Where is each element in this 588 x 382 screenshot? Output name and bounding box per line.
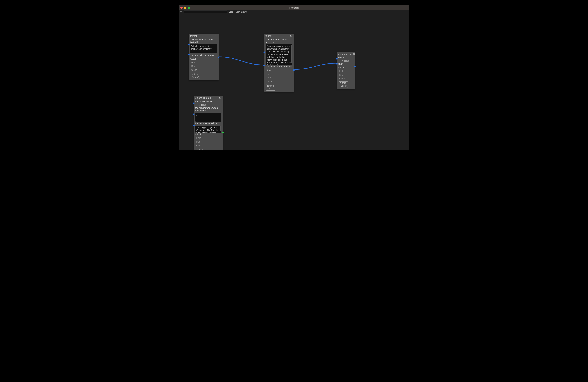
run-button[interactable]: Run: [195, 140, 221, 144]
node-format-1[interactable]: format ✕ The template to format text wit…: [189, 34, 218, 80]
output-label: output: [189, 57, 217, 61]
documents-field-label: the documents to index: [195, 122, 221, 125]
app-window: Floneum ✲ Load Plugin at path format ✕: [179, 5, 410, 150]
node-generate-text[interactable]: generate_text ✕ model ▸Vicuna input outp…: [337, 52, 355, 89]
output-status-box: output: (Unset): [339, 81, 348, 88]
toolbar: ✲ Load Plugin at path: [179, 10, 410, 14]
clear-button[interactable]: Clear: [195, 144, 221, 147]
graph-canvas[interactable]: format ✕ The template to format text wit…: [179, 14, 410, 150]
separator-field-label: the separator between documents: [195, 107, 221, 113]
port-in-inputs[interactable]: [263, 65, 265, 66]
window-title: Floneum: [179, 6, 410, 9]
traffic-lights: [179, 6, 190, 9]
input-field-label: input: [338, 63, 353, 66]
scrollbar-thumb[interactable]: [220, 126, 221, 131]
maximize-window-button[interactable]: [188, 6, 190, 9]
node-embedding-db[interactable]: embedding_db ✕ the model to use ▸Vicuna …: [194, 96, 223, 150]
spinner-icon: ✲: [180, 11, 182, 13]
port-out-output[interactable]: [354, 66, 356, 67]
run-button[interactable]: Run: [338, 74, 353, 77]
chevron-right-icon: ▸: [197, 104, 198, 106]
help-button[interactable]: Help: [266, 73, 292, 76]
inputs-field-label: The inputs to the template: [266, 65, 292, 69]
output-status-box: output: (Unset): [266, 84, 275, 91]
clear-button[interactable]: Clear: [266, 80, 292, 83]
port-out-output[interactable]: [293, 69, 294, 71]
model-dropdown[interactable]: ▸Vicuna: [338, 60, 353, 62]
port-in-template[interactable]: [188, 44, 189, 45]
inputs-field-label: The inputs to the template: [190, 54, 217, 57]
help-button[interactable]: Help: [195, 136, 221, 140]
template-field-label: The template to format text with: [190, 38, 217, 44]
output-label: output: [265, 69, 292, 72]
scrollbar-thumb[interactable]: [291, 45, 292, 63]
output-status-box: output: (Unset): [191, 73, 200, 79]
port-out-output[interactable]: [222, 132, 224, 133]
close-icon[interactable]: ✕: [214, 35, 217, 37]
close-window-button[interactable]: [181, 6, 183, 9]
titlebar[interactable]: Floneum: [179, 5, 410, 10]
help-button[interactable]: Help: [190, 61, 217, 64]
port-in-separator[interactable]: [193, 114, 195, 115]
load-plugin-button[interactable]: Load Plugin at path: [229, 11, 247, 13]
help-button[interactable]: Help: [338, 70, 353, 73]
template-field-label: The template to format text with: [266, 38, 292, 44]
model-dropdown[interactable]: ▸Vicuna: [195, 104, 221, 106]
node-format-2[interactable]: format ✕ The template to format text wit…: [264, 34, 294, 92]
minimize-window-button[interactable]: [184, 6, 186, 9]
clear-button[interactable]: Clear: [338, 77, 353, 80]
template-text-input[interactable]: Who is the current monarch in england?: [190, 44, 217, 53]
separator-text-input[interactable]: ,: [195, 113, 221, 122]
close-icon[interactable]: ✕: [353, 53, 356, 55]
close-icon[interactable]: ✕: [289, 35, 292, 37]
documents-text-input[interactable]: The king of england is Charles III,The P…: [195, 126, 221, 133]
port-in-documents[interactable]: [193, 125, 195, 126]
output-label: output: [338, 66, 353, 69]
node-title: format: [266, 35, 272, 37]
model-field-label: model: [338, 56, 353, 59]
model-field-label: the model to use: [195, 100, 221, 103]
node-title: format: [190, 35, 197, 37]
output-status-box: output: (Unset): [196, 148, 205, 150]
close-icon[interactable]: ✕: [218, 96, 221, 99]
plugin-path-input[interactable]: [184, 11, 227, 13]
port-in-inputs[interactable]: [188, 54, 189, 55]
port-out-output[interactable]: [218, 57, 219, 58]
chevron-right-icon: ▸: [340, 60, 341, 62]
run-button[interactable]: Run: [190, 65, 217, 68]
run-button[interactable]: Run: [266, 76, 292, 79]
node-title: embedding_db: [195, 96, 211, 99]
clear-button[interactable]: Clear: [190, 68, 217, 72]
template-text-input[interactable]: A conversation between a user and an ass…: [266, 44, 292, 65]
port-in-template[interactable]: [263, 51, 265, 53]
output-label: output: [195, 133, 221, 136]
port-in-model[interactable]: [193, 102, 195, 104]
port-in-input[interactable]: [336, 63, 338, 65]
port-in-model[interactable]: [336, 58, 338, 59]
node-title: generate_text: [338, 53, 353, 55]
